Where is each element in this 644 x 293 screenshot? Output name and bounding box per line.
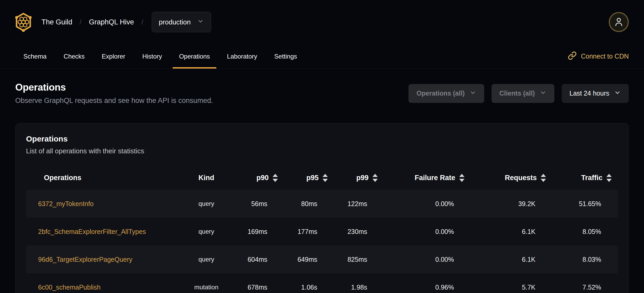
card-title: Operations <box>26 134 618 143</box>
filter-bar: Operations (all) Clients (all) Last 24 h… <box>408 84 629 103</box>
table-row: 2bfc_SchemaExplorerFilter_AllTypes query… <box>26 218 618 245</box>
p95-cell: 80ms <box>278 200 328 208</box>
kind-cell: query <box>185 200 228 207</box>
p90-cell: 678ms <box>228 284 278 291</box>
column-header-kind: Kind <box>185 174 228 182</box>
p99-cell: 230ms <box>328 228 378 236</box>
operations-card: Operations List of all operations with t… <box>15 123 629 293</box>
column-header-p90[interactable]: p90 <box>228 174 278 182</box>
operation-name-cell: 2bfc_SchemaExplorerFilter_AllTypes <box>32 228 185 236</box>
breadcrumb-org[interactable]: The Guild <box>42 18 72 26</box>
filter-label: Clients (all) <box>499 90 535 97</box>
column-header-label: p99 <box>356 174 369 182</box>
column-header-label: p95 <box>306 174 319 182</box>
operation-name-cell: 96d6_TargetExplorerPageQuery <box>32 256 185 263</box>
column-header-failure_rate[interactable]: Failure Rate <box>378 174 464 182</box>
column-header-label: Operations <box>44 174 81 182</box>
tab-history[interactable]: History <box>136 44 168 69</box>
tab-laboratory[interactable]: Laboratory <box>221 44 264 69</box>
filter-last-24-hours[interactable]: Last 24 hours <box>562 84 629 103</box>
operation-link[interactable]: 96d6_TargetExplorerPageQuery <box>38 256 132 263</box>
sort-arrows-icon[interactable] <box>606 174 612 182</box>
sort-descending-icon <box>541 179 546 182</box>
sort-arrows-icon[interactable] <box>273 174 278 182</box>
sort-arrows-icon[interactable] <box>541 174 546 182</box>
filter-operations-all[interactable]: Operations (all) <box>408 84 484 103</box>
sort-ascending-icon <box>323 174 328 177</box>
p99-cell: 1.98s <box>328 284 378 291</box>
operation-name-cell: 6c00_schemaPublish <box>32 284 185 291</box>
tab-explorer[interactable]: Explorer <box>95 44 131 69</box>
traffic-cell: 7.52% <box>546 284 612 291</box>
column-header-name: Operations <box>32 174 185 182</box>
sort-ascending-icon <box>606 174 612 177</box>
p95-cell: 177ms <box>278 228 328 236</box>
kind-cell: query <box>185 228 228 235</box>
table-row: 6c00_schemaPublish mutation 678ms 1.06s … <box>26 273 618 293</box>
target-selector-value: production <box>159 18 191 26</box>
user-icon <box>613 16 624 28</box>
main-content: Operations Observe GraphQL requests and … <box>0 82 644 293</box>
sort-arrows-icon[interactable] <box>372 174 378 182</box>
column-header-label: p90 <box>256 174 269 182</box>
filter-clients-all[interactable]: Clients (all) <box>492 84 554 103</box>
sort-descending-icon <box>606 179 612 182</box>
page-subtitle: Observe GraphQL requests and see how the… <box>15 97 213 105</box>
card-subtitle: List of all operations with their statis… <box>26 147 618 155</box>
traffic-cell: 51.65% <box>546 200 612 208</box>
operation-link[interactable]: 6372_myTokenInfo <box>38 200 94 207</box>
column-header-p99[interactable]: p99 <box>328 174 378 182</box>
hive-logo-icon[interactable] <box>15 12 32 32</box>
p90-cell: 169ms <box>228 228 278 236</box>
tab-settings[interactable]: Settings <box>268 44 303 69</box>
sort-arrows-icon[interactable] <box>459 174 464 182</box>
table-row: 6372_myTokenInfo query 56ms 80ms 122ms 0… <box>26 190 618 218</box>
connect-to-cdn-label: Connect to CDN <box>581 53 629 60</box>
nav-tabs: Schema Checks Explorer History Operation… <box>17 44 303 69</box>
failure-rate-cell: 0.00% <box>378 228 464 236</box>
page-header-text: Operations Observe GraphQL requests and … <box>15 82 213 105</box>
breadcrumb-project[interactable]: GraphQL Hive <box>89 18 134 26</box>
tab-checks[interactable]: Checks <box>57 44 91 69</box>
column-header-traffic[interactable]: Traffic <box>546 174 612 182</box>
failure-rate-cell: 0.00% <box>378 256 464 263</box>
traffic-cell: 8.05% <box>546 228 612 236</box>
table-row: 96d6_TargetExplorerPageQuery query 604ms… <box>26 245 618 273</box>
table-header-row: Operations Kind p90 p95 p99 Failure Rate… <box>26 166 618 190</box>
tab-label: Laboratory <box>227 53 257 60</box>
traffic-cell: 8.03% <box>546 256 612 263</box>
link-icon <box>568 51 577 62</box>
user-avatar-button[interactable] <box>609 12 629 32</box>
operation-link[interactable]: 2bfc_SchemaExplorerFilter_AllTypes <box>38 228 146 235</box>
filter-label: Operations (all) <box>416 90 464 97</box>
tab-label: Operations <box>179 53 210 60</box>
tab-schema[interactable]: Schema <box>17 44 53 69</box>
breadcrumb-separator: / <box>80 18 81 26</box>
target-selector-dropdown[interactable]: production <box>152 12 211 32</box>
tab-label: Checks <box>64 53 85 60</box>
tab-operations[interactable]: Operations <box>173 44 216 69</box>
requests-cell: 39.2K <box>464 200 546 208</box>
sort-descending-icon <box>323 179 328 182</box>
kind-cell: mutation <box>185 284 228 291</box>
chevron-down-icon <box>540 89 546 98</box>
top-bar: The Guild / GraphQL Hive / production <box>0 0 644 44</box>
sort-descending-icon <box>372 179 378 182</box>
table-body: 6372_myTokenInfo query 56ms 80ms 122ms 0… <box>26 190 618 293</box>
sort-arrows-icon[interactable] <box>323 174 328 182</box>
operation-link[interactable]: 6c00_schemaPublish <box>38 284 101 291</box>
column-header-label: Traffic <box>581 174 602 182</box>
operation-name-cell: 6372_myTokenInfo <box>32 200 185 208</box>
column-header-p95[interactable]: p95 <box>278 174 328 182</box>
column-header-requests[interactable]: Requests <box>464 174 546 182</box>
failure-rate-cell: 0.96% <box>378 284 464 291</box>
p99-cell: 122ms <box>328 200 378 208</box>
column-header-label: Kind <box>198 174 214 182</box>
sort-descending-icon <box>273 179 278 182</box>
breadcrumb-separator: / <box>141 18 143 26</box>
chevron-down-icon <box>614 89 621 98</box>
chevron-down-icon <box>469 89 476 98</box>
tab-label: Explorer <box>102 53 125 60</box>
connect-to-cdn-link[interactable]: Connect to CDN <box>568 44 629 69</box>
operations-table: Operations Kind p90 p95 p99 Failure Rate… <box>26 166 618 293</box>
